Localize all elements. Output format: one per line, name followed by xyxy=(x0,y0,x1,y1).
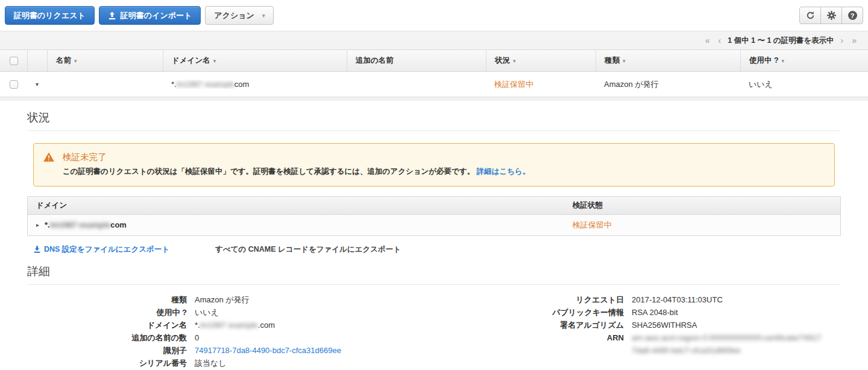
column-header-name-label: 名前 xyxy=(56,56,71,66)
detail-row-signature-algorithm: 署名アルゴリズム SHA256WITHRSA xyxy=(416,319,841,331)
export-dns-link[interactable]: DNS 設定をファイルにエクスポート xyxy=(33,244,169,255)
warning-content: 検証未完了 この証明書のリクエストの状況は「検証保留中」です。証明書を検証して承… xyxy=(63,152,530,177)
detail-label: ドメイン名 xyxy=(27,319,187,331)
column-header-domain-label: ドメイン名 xyxy=(172,56,210,66)
detail-value-domain: *.tm1987 example.com xyxy=(195,319,275,331)
detail-value: Amazon が発行 xyxy=(195,293,250,306)
detail-label: シリアル番号 xyxy=(27,357,187,369)
validation-warning-box: 検証未完了 この証明書のリクエストの状況は「検証保留中」です。証明書を検証して承… xyxy=(33,143,835,187)
download-icon xyxy=(33,246,41,254)
expander-header-cell xyxy=(27,50,47,71)
divider xyxy=(0,97,868,101)
column-header-name[interactable]: 名前 ▾ xyxy=(47,50,163,71)
settings-button[interactable] xyxy=(820,7,842,24)
detail-label: 種類 xyxy=(27,293,187,306)
request-certificate-button[interactable]: 証明書のリクエスト xyxy=(5,6,95,25)
detail-row-in-use: 使用中 ? いいえ xyxy=(27,306,416,319)
arn-redacted-line2: 7da8-4490-bdc7-cfca31d669ee xyxy=(632,344,821,357)
domain-suffix: com xyxy=(110,220,127,229)
row-select-cell xyxy=(0,80,27,89)
warning-icon xyxy=(43,152,54,177)
sort-caret-icon: ▾ xyxy=(782,58,785,64)
column-header-status[interactable]: 状況 ▾ xyxy=(486,50,596,71)
row-in-use-cell: いいえ xyxy=(740,79,868,90)
detail-label: 使用中 ? xyxy=(27,306,187,319)
row-checkbox[interactable] xyxy=(10,80,18,89)
row-domain-cell: *.tm1987 examplecom xyxy=(163,80,347,89)
domain-value: *.tm1987 examplecom xyxy=(45,220,127,229)
detail-value: RSA 2048-bit xyxy=(632,306,678,319)
row-type-cell: Amazon が発行 xyxy=(596,79,740,90)
detail-row-public-key: パブリックキー情報 RSA 2048-bit xyxy=(416,306,841,319)
pagination-last-button[interactable]: » xyxy=(848,36,861,45)
column-header-type-label: 種類 xyxy=(605,56,620,66)
validation-status-cell: 検証保留中 xyxy=(564,220,840,231)
status-section-title: 状況 xyxy=(27,110,841,131)
sort-caret-icon: ▾ xyxy=(623,58,626,64)
domain-prefix: *. xyxy=(171,80,177,89)
column-header-in-use[interactable]: 使用中 ? ▾ xyxy=(740,50,868,71)
detail-value: 該当なし xyxy=(195,357,227,369)
toolbar-icon-group: ? xyxy=(799,7,863,24)
domain-redacted: tm1987 example xyxy=(50,220,110,229)
gear-icon xyxy=(827,11,836,20)
column-header-additional-label: 追加の名前 xyxy=(356,56,394,66)
detail-label: パブリックキー情報 xyxy=(416,306,624,319)
domain-column-header: ドメイン xyxy=(28,200,564,211)
upload-icon xyxy=(108,11,116,20)
column-header-domain[interactable]: ドメイン名 ▾ xyxy=(163,50,347,71)
select-all-checkbox[interactable] xyxy=(10,57,18,65)
certificates-table-header: 名前 ▾ ドメイン名 ▾ 追加の名前 状況 ▾ 種類 ▾ 使用中 ? ▾ xyxy=(0,49,868,72)
pagination-next-button[interactable]: › xyxy=(837,36,848,45)
detail-row-serial: シリアル番号 該当なし xyxy=(27,357,416,369)
detail-value: いいえ xyxy=(195,306,219,319)
detail-label: 追加の名前の数 xyxy=(27,331,187,344)
select-all-cell xyxy=(0,50,27,71)
details-grid: 種類 Amazon が発行 使用中 ? いいえ ドメイン名 *.tm1987 e… xyxy=(27,293,841,370)
details-here-link[interactable]: 詳細はこちら。 xyxy=(477,167,530,176)
arn-redacted-line1: arn:aws:acm:region-0:000000000000:certif… xyxy=(632,331,821,344)
status-section: 状況 検証未完了 この証明書のリクエストの状況は「検証保留中」です。証明書を検証… xyxy=(0,110,868,255)
sort-caret-icon: ▾ xyxy=(213,58,216,64)
row-expander-icon[interactable]: ▾ xyxy=(36,81,39,88)
detail-row-type: 種類 Amazon が発行 xyxy=(27,293,416,306)
validation-status-column-header: 検証状態 xyxy=(564,200,840,211)
row-expander-cell: ▾ xyxy=(27,81,47,88)
row-status-cell: 検証保留中 xyxy=(486,79,596,90)
pagination-bar: « ‹ 1 個中 1 〜 1 の証明書を表示中 › » xyxy=(0,31,868,49)
domain-prefix: *. xyxy=(195,321,200,330)
domain-cell: ▸ *.tm1987 examplecom xyxy=(28,220,564,229)
export-dns-label: DNS 設定をファイルにエクスポート xyxy=(44,244,169,255)
actions-button[interactable]: アクション ▾ xyxy=(205,6,274,25)
chevron-down-icon: ▾ xyxy=(262,13,265,19)
actions-label: アクション xyxy=(214,10,254,21)
details-left-column: 種類 Amazon が発行 使用中 ? いいえ ドメイン名 *.tm1987 e… xyxy=(27,293,416,369)
import-certificate-button[interactable]: 証明書のインポート xyxy=(99,6,201,25)
details-section-title: 詳細 xyxy=(27,264,841,285)
refresh-button[interactable] xyxy=(799,7,821,24)
identifier-link[interactable]: 74917718-7da8-4490-bdc7-cfca31d669ee xyxy=(195,346,341,355)
help-button[interactable]: ? xyxy=(841,7,863,24)
domain-expander-icon[interactable]: ▸ xyxy=(36,222,39,228)
domain-table-header: ドメイン 検証状態 xyxy=(28,197,840,215)
help-icon: ? xyxy=(848,11,857,20)
detail-label: リクエスト日 xyxy=(416,293,624,306)
detail-value: 0 xyxy=(195,331,199,344)
domain-prefix: *. xyxy=(45,220,50,229)
column-header-additional[interactable]: 追加の名前 xyxy=(347,50,486,71)
pagination-first-button[interactable]: « xyxy=(701,36,714,45)
detail-row-additional-names: 追加の名前の数 0 xyxy=(27,331,416,344)
detail-label: ARN xyxy=(416,331,624,357)
refresh-icon xyxy=(806,11,815,20)
export-row: DNS 設定をファイルにエクスポート すべての CNAME レコードをファイルに… xyxy=(33,244,841,255)
column-header-type[interactable]: 種類 ▾ xyxy=(596,50,740,71)
sort-caret-icon: ▾ xyxy=(513,58,516,64)
certificate-row[interactable]: ▾ *.tm1987 examplecom 検証保留中 Amazon が発行 い… xyxy=(0,72,868,97)
detail-label: 識別子 xyxy=(27,344,187,357)
import-certificate-label: 証明書のインポート xyxy=(121,10,192,21)
pagination-prev-button[interactable]: ‹ xyxy=(714,36,726,45)
details-section: 詳細 種類 Amazon が発行 使用中 ? いいえ ドメイン名 *.tm198… xyxy=(0,264,868,370)
warning-body: この証明書のリクエストの状況は「検証保留中」です。証明書を検証して承認するには、… xyxy=(63,166,530,177)
export-cname-link[interactable]: すべての CNAME レコードをファイルにエクスポート xyxy=(215,244,401,255)
domain-suffix: com xyxy=(234,80,250,89)
